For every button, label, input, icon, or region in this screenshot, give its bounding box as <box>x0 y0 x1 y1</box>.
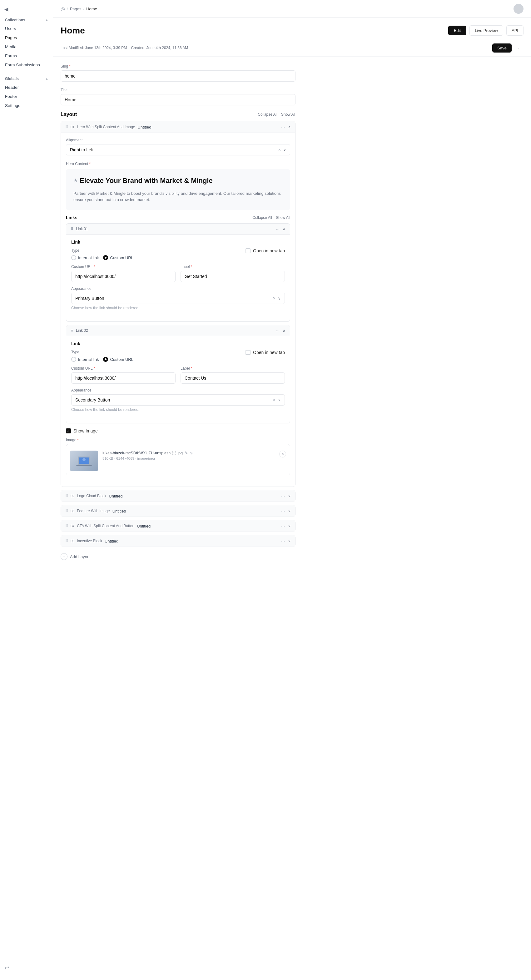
block-02-header-left: ⠿ 02 Logo Cloud Block Untitled <box>65 494 122 498</box>
live-preview-button[interactable]: Live Preview <box>469 25 503 36</box>
show-image-checkbox[interactable]: ✓ <box>66 428 71 433</box>
image-edit-icon[interactable]: ✎ <box>185 450 188 455</box>
alignment-chevron[interactable]: ∨ <box>283 148 286 152</box>
link-01-appearance-chevron[interactable]: ∨ <box>278 296 281 301</box>
sidebar-item-footer[interactable]: Footer <box>0 92 53 101</box>
sidebar-item-form-submissions[interactable]: Form Submissions <box>0 60 53 69</box>
block-05-name: Untitled <box>105 539 118 544</box>
block-02-more[interactable]: ··· <box>281 493 285 498</box>
add-layout-button[interactable]: + Add Layout <box>60 550 90 563</box>
link-02-open-new-tab-checkbox[interactable] <box>246 350 250 355</box>
link-01-chevron[interactable]: ∧ <box>283 227 285 231</box>
sidebar-section-collections-chevron[interactable]: ∧ <box>46 18 48 22</box>
edit-button[interactable]: Edit <box>448 25 466 35</box>
link-02-block: ⠿ Link 02 ··· ∧ Link <box>66 325 290 423</box>
link-02-url-input[interactable] <box>71 372 176 384</box>
link-02-appearance-hint: Choose how the link should be rendered. <box>71 407 285 412</box>
link-01-label-input[interactable] <box>181 271 285 282</box>
link-02-appearance-chevron[interactable]: ∨ <box>278 398 281 402</box>
link-02-more[interactable]: ··· <box>276 328 279 333</box>
block-04-drag[interactable]: ⠿ <box>65 524 68 528</box>
block-05-more[interactable]: ··· <box>281 538 285 544</box>
link-01-appearance-select[interactable]: Primary Button × ∨ <box>71 293 285 304</box>
hero-bullet: ★ <box>73 177 78 183</box>
save-button[interactable]: Save <box>492 43 512 52</box>
sidebar-item-header[interactable]: Header <box>0 83 53 92</box>
sidebar-item-users[interactable]: Users <box>0 24 53 33</box>
block-04-header[interactable]: ⠿ 04 CTA With Split Content And Button U… <box>61 520 295 531</box>
block-03-chevron[interactable]: ∨ <box>288 509 291 513</box>
api-button[interactable]: API <box>506 25 523 36</box>
more-options-button[interactable]: ⋮ <box>514 43 523 52</box>
page-header-actions: Edit Live Preview API <box>448 25 523 36</box>
block-02-chevron[interactable]: ∨ <box>288 494 291 498</box>
sidebar-collapse-button[interactable]: ◀ <box>0 4 53 15</box>
alignment-clear[interactable]: × <box>278 147 281 152</box>
image-remove-button[interactable]: × <box>279 450 286 458</box>
link-01-appearance-clear[interactable]: × <box>273 296 276 301</box>
link-01-open-new-tab-checkbox[interactable] <box>246 248 250 253</box>
sidebar-item-forms[interactable]: Forms <box>0 51 53 60</box>
block-04-chevron[interactable]: ∨ <box>288 524 291 528</box>
block-05-drag[interactable]: ⠿ <box>65 539 68 543</box>
link-01-more[interactable]: ··· <box>276 226 279 231</box>
slug-input[interactable] <box>60 70 295 82</box>
link-02-label-input[interactable] <box>181 372 285 384</box>
link-02-drag[interactable]: ⠿ <box>71 328 73 333</box>
title-input[interactable] <box>60 94 295 105</box>
block-03-more[interactable]: ··· <box>281 508 285 514</box>
sidebar-item-pages[interactable]: Pages <box>0 33 53 42</box>
block-05-chevron[interactable]: ∨ <box>288 539 291 543</box>
links-actions: Collapse All Show All <box>252 215 290 220</box>
link-02-body: Link Type Internal link <box>66 336 290 423</box>
block-03-header[interactable]: ⠿ 03 Feature With Image Untitled ··· ∨ <box>61 505 295 517</box>
links-collapse-all[interactable]: Collapse All <box>252 215 272 220</box>
link-01-custom-radio[interactable]: Custom URL <box>103 255 133 260</box>
layout-header: Layout Collapse All Show All <box>60 111 295 117</box>
link-01-internal-radio[interactable]: Internal link <box>71 255 99 260</box>
sidebar-item-media[interactable]: Media <box>0 42 53 51</box>
block-05-header[interactable]: ⠿ 05 Incentive Block Untitled ··· ∨ <box>61 535 295 547</box>
link-01-appearance-label: Appearance <box>71 286 285 291</box>
block-03-type: Feature With Image <box>77 509 109 513</box>
block-02-drag[interactable]: ⠿ <box>65 494 68 498</box>
block-01-header-right: ··· ∧ <box>281 124 291 129</box>
block-01-header[interactable]: ⠿ 01 Hero With Split Content And Image U… <box>61 121 295 133</box>
link-01-url-input[interactable] <box>71 271 176 282</box>
sidebar-item-settings[interactable]: Settings <box>0 101 53 110</box>
sidebar-back-button[interactable]: ↩ <box>5 964 48 971</box>
link-02-type-label: Type <box>71 350 133 354</box>
link-01-header[interactable]: ⠿ Link 01 ··· ∧ <box>66 224 290 234</box>
layout-collapse-all[interactable]: Collapse All <box>258 112 277 117</box>
link-02-chevron[interactable]: ∧ <box>283 328 285 333</box>
block-03-num: 03 <box>71 509 74 513</box>
alignment-select[interactable]: Right to Left × ∨ <box>66 144 290 156</box>
sidebar-section-globals-chevron[interactable]: ∧ <box>46 77 48 81</box>
image-link-icon[interactable]: ⎋ <box>190 450 192 455</box>
link-02-internal-radio-dot <box>71 357 76 362</box>
breadcrumb-pages[interactable]: Pages <box>70 6 81 11</box>
block-02-type: Logo Cloud Block <box>77 494 106 498</box>
user-avatar[interactable] <box>514 4 523 14</box>
sidebar-divider <box>0 72 53 72</box>
block-04-name: Untitled <box>137 524 151 528</box>
meta-created: Created: June 4th 2024, 11:36 AM <box>131 46 188 50</box>
title-field-group: Title <box>60 88 295 105</box>
image-filename: lukas-blazek-mcSDtbWXUZU-unsplash (1).jp… <box>103 450 275 455</box>
link-02-internal-radio[interactable]: Internal link <box>71 357 99 362</box>
link-01-drag[interactable]: ⠿ <box>71 227 73 231</box>
alignment-select-actions: × ∨ <box>278 147 286 152</box>
block-03-drag[interactable]: ⠿ <box>65 509 68 513</box>
block-02-header[interactable]: ⠿ 02 Logo Cloud Block Untitled ··· ∨ <box>61 490 295 501</box>
link-02-appearance-select[interactable]: Secondary Button × ∨ <box>71 394 285 406</box>
block-01-drag-handle[interactable]: ⠿ <box>65 125 68 129</box>
block-01-more-button[interactable]: ··· <box>281 124 285 129</box>
link-01-url-label: Custom URL * <box>71 264 176 269</box>
block-04-more[interactable]: ··· <box>281 523 285 528</box>
link-02-appearance-clear[interactable]: × <box>273 398 276 402</box>
link-02-custom-radio[interactable]: Custom URL <box>103 357 133 362</box>
layout-show-all[interactable]: Show All <box>281 112 295 117</box>
link-02-header[interactable]: ⠿ Link 02 ··· ∧ <box>66 325 290 336</box>
links-show-all[interactable]: Show All <box>276 215 290 220</box>
block-01-chevron[interactable]: ∧ <box>288 125 291 129</box>
